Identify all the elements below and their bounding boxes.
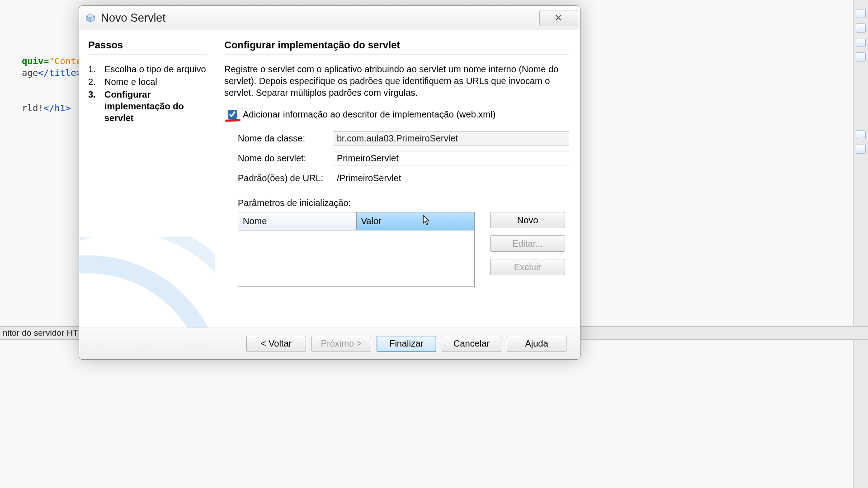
wizard-main-panel: Configurar implementação do servlet Regi… xyxy=(215,30,580,328)
status-text: nitor do servidor HT xyxy=(3,328,78,338)
table-header-row: Nome Valor xyxy=(238,212,474,230)
servlet-name-label: Nome do servlet: xyxy=(238,153,333,164)
step-label: Configurar implementação do servlet xyxy=(104,89,199,124)
section-description: Registre o servlet com o aplicativo atri… xyxy=(224,63,559,99)
code-frag: </h1> xyxy=(43,103,71,113)
wizard-sidebar: Passos 1. Escolha o tipo de arquivo 2. N… xyxy=(79,30,215,328)
init-params-buttons: Novo Editar... Excluir xyxy=(490,212,565,287)
col-header-nome[interactable]: Nome xyxy=(238,212,357,230)
help-button[interactable]: Ajuda xyxy=(507,336,566,352)
new-servlet-dialog: Novo Servlet ✕ Passos 1. Escolha o tipo … xyxy=(79,5,580,360)
step-number: 1. xyxy=(88,63,98,75)
step-2: 2. Nome e local xyxy=(88,76,207,88)
back-button[interactable]: < Voltar xyxy=(246,336,306,352)
section-title: Configurar implementação do servlet xyxy=(224,39,569,55)
step-label: Nome e local xyxy=(104,76,157,88)
class-name-field: br.com.aula03.PrimeiroServlet xyxy=(333,131,569,145)
right-tool-strip xyxy=(853,0,868,488)
code-frag: </title> xyxy=(38,67,81,78)
dialog-footer: < Voltar Próximo > Finalizar Cancelar Aj… xyxy=(79,328,580,359)
palette-strip-icon[interactable] xyxy=(856,9,866,18)
delete-param-button[interactable]: Excluir xyxy=(490,259,565,275)
servlet-name-row: Nome do servlet: xyxy=(224,151,569,165)
steps-heading: Passos xyxy=(88,39,207,55)
step-label: Escolha o tipo de arquivo xyxy=(104,63,206,75)
code-frag: rld! xyxy=(22,103,43,113)
new-param-button[interactable]: Novo xyxy=(490,212,565,228)
code-frag: age xyxy=(22,67,38,78)
col-header-valor[interactable]: Valor xyxy=(357,212,475,230)
annotation-underline xyxy=(225,119,241,122)
close-button[interactable]: ✕ xyxy=(539,10,577,26)
servlet-name-input[interactable] xyxy=(333,151,569,165)
palette-strip-icon[interactable] xyxy=(856,23,866,33)
palette-strip-icon[interactable] xyxy=(856,38,866,47)
edit-param-button[interactable]: Editar... xyxy=(490,235,565,252)
step-1: 1. Escolha o tipo de arquivo xyxy=(88,63,207,75)
step-number: 3. xyxy=(88,89,98,100)
step-number: 2. xyxy=(88,76,98,88)
dialog-title: Novo Servlet xyxy=(101,11,165,24)
sidebar-decoration xyxy=(79,237,215,328)
col-header-valor-text: Valor xyxy=(361,216,382,226)
step-3-current: 3. Configurar implementação do servlet xyxy=(88,89,207,124)
steps-list: 1. Escolha o tipo de arquivo 2. Nome e l… xyxy=(88,63,207,125)
cancel-button[interactable]: Cancelar xyxy=(442,336,501,352)
palette-strip-icon[interactable] xyxy=(856,52,866,61)
close-icon: ✕ xyxy=(554,12,562,24)
class-name-row: Nome da classe: br.com.aula03.PrimeiroSe… xyxy=(224,131,569,145)
mouse-cursor-icon xyxy=(423,215,431,226)
svg-marker-3 xyxy=(423,216,429,225)
palette-strip-icon[interactable] xyxy=(856,130,866,139)
add-to-webxml-row: Adicionar informação ao descritor de imp… xyxy=(226,108,569,120)
next-button[interactable]: Próximo > xyxy=(311,336,371,352)
add-to-webxml-checkbox[interactable] xyxy=(228,110,237,119)
url-pattern-input[interactable] xyxy=(333,171,569,185)
class-name-label: Nome da classe: xyxy=(238,133,333,144)
init-params-area: Nome Valor Novo Editar... Excluir xyxy=(238,212,569,287)
init-params-label: Parâmetros de inicialização: xyxy=(238,198,569,208)
init-params-table[interactable]: Nome Valor xyxy=(238,212,475,287)
cube-icon xyxy=(85,13,95,23)
add-to-webxml-label: Adicionar informação ao descritor de imp… xyxy=(243,109,495,120)
finish-button[interactable]: Finalizar xyxy=(377,336,436,352)
url-pattern-label: Padrão(ões) de URL: xyxy=(238,173,333,183)
url-pattern-row: Padrão(ões) de URL: xyxy=(224,171,569,185)
palette-strip-icon[interactable] xyxy=(856,145,866,154)
dialog-titlebar: Novo Servlet ✕ xyxy=(79,6,580,30)
dialog-body: Passos 1. Escolha o tipo de arquivo 2. N… xyxy=(79,30,580,328)
